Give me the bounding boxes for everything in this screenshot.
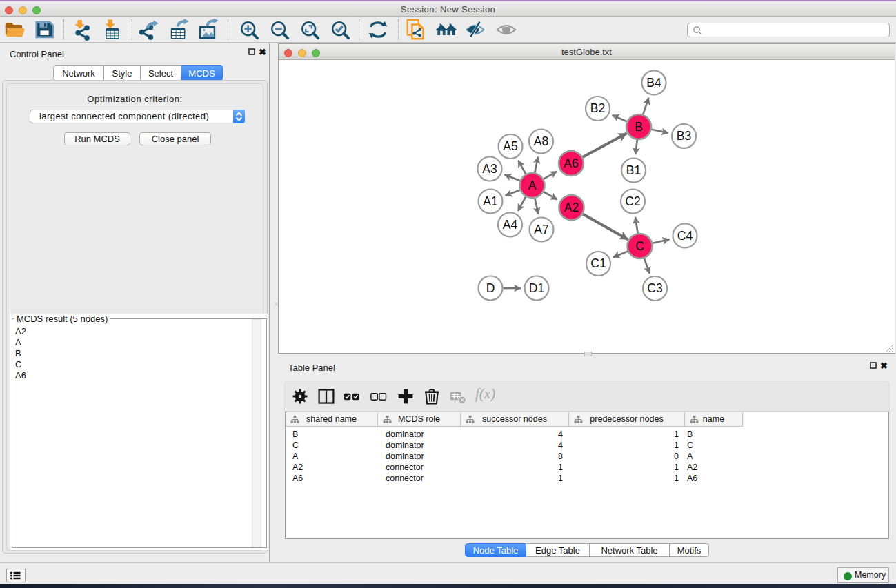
svg-text:B2: B2 <box>590 101 605 115</box>
svg-text:C4: C4 <box>677 229 693 243</box>
svg-text:C2: C2 <box>625 194 640 208</box>
svg-text:A7: A7 <box>534 223 548 236</box>
svg-text:A5: A5 <box>503 139 517 153</box>
svg-text:A4: A4 <box>503 218 518 232</box>
svg-text:A: A <box>528 179 537 192</box>
svg-text:A1: A1 <box>483 194 497 208</box>
svg-text:C: C <box>635 239 644 253</box>
svg-text:D: D <box>486 281 495 295</box>
svg-text:C1: C1 <box>590 256 606 270</box>
svg-text:A3: A3 <box>482 162 497 176</box>
svg-text:A2: A2 <box>564 201 579 214</box>
svg-text:D1: D1 <box>529 281 544 295</box>
svg-text:B4: B4 <box>646 76 661 90</box>
svg-text:B: B <box>635 120 643 134</box>
svg-text:B3: B3 <box>677 129 691 143</box>
svg-text:C3: C3 <box>647 281 662 295</box>
svg-text:A6: A6 <box>564 156 578 170</box>
svg-text:B1: B1 <box>626 163 641 177</box>
svg-text:A8: A8 <box>534 134 548 148</box>
